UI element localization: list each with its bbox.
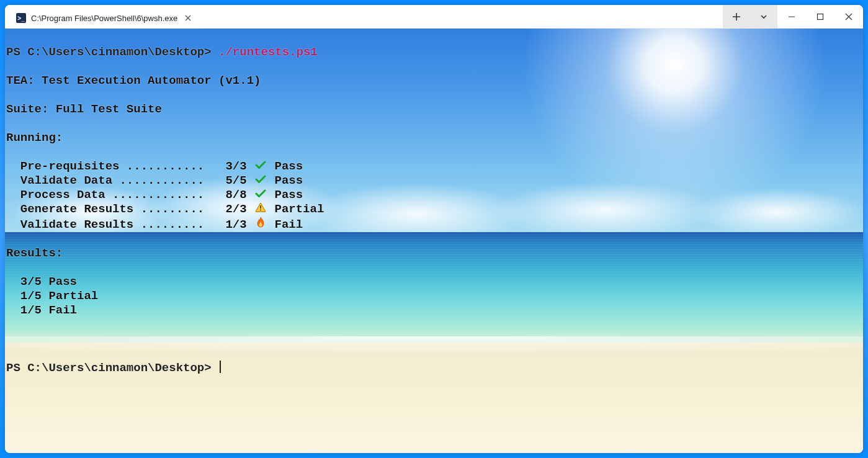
suite-line: Suite: Full Test Suite: [6, 102, 862, 117]
check-icon: [254, 159, 267, 174]
tab-dropdown-button[interactable]: [750, 5, 777, 29]
prompt-2: PS C:\Users\cinnamon\Desktop>: [6, 361, 212, 375]
results-row: 3/5 Pass: [6, 275, 862, 289]
svg-rect-0: [818, 14, 823, 19]
titlebar[interactable]: >_ C:\Program Files\PowerShell\6\pwsh.ex…: [5, 5, 863, 29]
svg-rect-2: [260, 210, 261, 211]
window-controls: [777, 5, 863, 28]
tab-title: C:\Program Files\PowerShell\6\pwsh.exe: [31, 14, 177, 23]
close-button[interactable]: [834, 5, 863, 28]
running-label: Running:: [6, 131, 862, 145]
test-row: Validate Data ............ 5/5 Pass: [6, 174, 862, 188]
warning-icon: [254, 202, 267, 217]
check-icon: [254, 174, 267, 188]
cursor: [220, 361, 221, 373]
maximize-button[interactable]: [806, 5, 834, 28]
results-label: Results:: [6, 246, 862, 261]
minimize-button[interactable]: [777, 5, 806, 28]
test-row: Generate Results ......... 2/3 Partial: [6, 202, 862, 217]
svg-rect-1: [260, 205, 261, 209]
test-row: Validate Results ......... 1/3 Fail: [6, 217, 862, 232]
tab-active[interactable]: >_ C:\Program Files\PowerShell\6\pwsh.ex…: [10, 7, 200, 29]
test-row: Pre-requisites ........... 3/3 Pass: [6, 159, 862, 174]
fire-icon: [254, 217, 267, 232]
terminal-viewport[interactable]: PS C:\Users\cinnamon\Desktop> ./runtests…: [5, 29, 863, 453]
results-row: 1/5 Fail: [6, 303, 862, 318]
prompt-1: PS C:\Users\cinnamon\Desktop>: [6, 45, 212, 59]
header-line: TEA: Test Execution Automator (v1.1): [6, 74, 862, 88]
check-icon: [254, 188, 267, 202]
new-tab-area: [723, 5, 777, 28]
terminal-text[interactable]: PS C:\Users\cinnamon\Desktop> ./runtests…: [5, 29, 863, 453]
results-row: 1/5 Partial: [6, 289, 862, 303]
powershell-icon: >_: [16, 13, 26, 23]
tab-close-button[interactable]: [182, 12, 194, 24]
test-row: Process Data ............. 8/8 Pass: [6, 188, 862, 202]
command-text: ./runtests.ps1: [218, 45, 318, 59]
terminal-window: >_ C:\Program Files\PowerShell\6\pwsh.ex…: [5, 5, 863, 453]
new-tab-button[interactable]: [723, 5, 750, 29]
tab-bar-spacer[interactable]: [200, 5, 723, 28]
